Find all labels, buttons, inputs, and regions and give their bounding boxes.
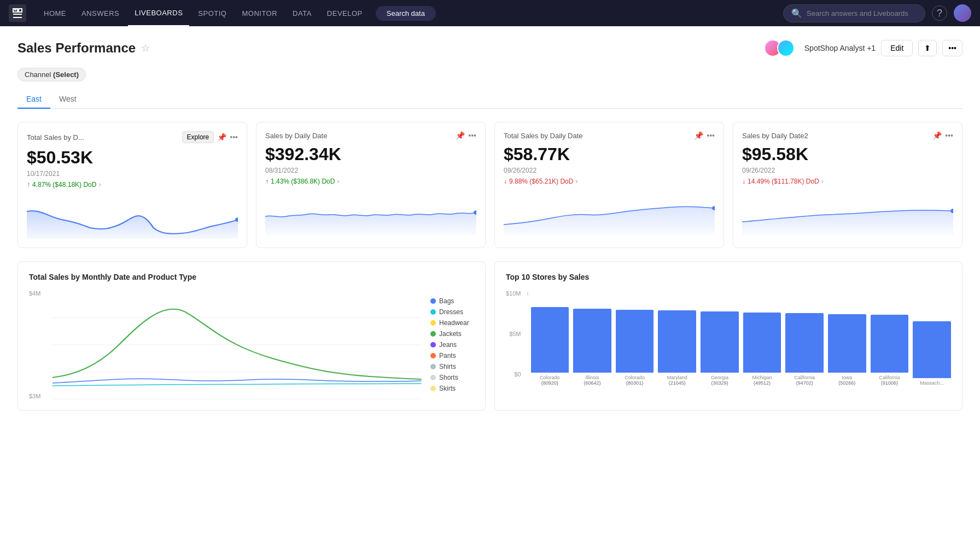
legend-label-dresses: Dresses xyxy=(439,308,463,316)
card-2-pin-icon[interactable]: 📌 xyxy=(456,131,465,140)
card-3-title: Total Sales by Daily Date xyxy=(504,132,583,140)
main-content: Sales Performance ☆ SpotShop Analyst +1 … xyxy=(0,26,980,536)
card-2-change-text: 1.43% ($386.8K) DoD xyxy=(271,178,335,185)
line-chart-card: Total Sales by Monthly Date and Product … xyxy=(18,261,486,411)
card-1-explore-button[interactable]: Explore xyxy=(182,131,214,143)
legend-dot-skirts xyxy=(430,386,436,391)
bar-label-4: Georgia(30329) xyxy=(711,375,728,386)
bar-colorado-80301 xyxy=(616,310,654,373)
card-2-detail-arrow[interactable]: › xyxy=(337,178,339,185)
legend-skirts: Skirts xyxy=(430,385,474,392)
logo[interactable] xyxy=(9,4,26,22)
card-1-actions: Explore 📌 ••• xyxy=(182,131,238,143)
channel-filter-chip[interactable]: Channel (Select) xyxy=(18,68,86,81)
bar-label-2: Colorado(80301) xyxy=(625,375,645,386)
card-4-detail-arrow[interactable]: › xyxy=(821,178,824,185)
bar-chart-card: Top 10 Stores by Sales $10M $5M $0 ↓ xyxy=(494,261,962,411)
page-title: Sales Performance xyxy=(18,40,136,56)
card-1-more-icon[interactable]: ••• xyxy=(230,133,238,142)
card-sales-by-daily-date: Sales by Daily Date 📌 ••• $392.34K 08/31… xyxy=(256,122,486,248)
search-data-button[interactable]: Search data xyxy=(376,6,436,21)
card-3-more-icon[interactable]: ••• xyxy=(707,131,715,140)
card-1-pin-icon[interactable]: 📌 xyxy=(217,133,226,142)
y-label-3m: $3M xyxy=(29,393,40,399)
down-arrow-icon-4: ↓ xyxy=(742,178,745,185)
nav-liveboards[interactable]: LIVEBOARDS xyxy=(128,0,189,26)
legend-dot-pants xyxy=(430,353,436,358)
line-chart-title: Total Sales by Monthly Date and Product … xyxy=(29,273,474,281)
card-4-value: $95.58K xyxy=(742,144,953,164)
card-4-actions: 📌 ••• xyxy=(932,131,953,140)
favorite-star-button[interactable]: ☆ xyxy=(141,42,150,54)
card-3-date: 09/26/2022 xyxy=(504,167,715,174)
legend-label-jeans: Jeans xyxy=(439,341,457,349)
card-3-detail-arrow[interactable]: › xyxy=(575,178,578,185)
card-2-actions: 📌 ••• xyxy=(456,131,476,140)
bar-chart-y-labels: $10M $5M $0 xyxy=(506,290,524,378)
y-label-0: $0 xyxy=(506,371,521,378)
card-4-title: Sales by Daily Date2 xyxy=(742,132,808,140)
card-2-change: ↑ 1.43% ($386.8K) DoD › xyxy=(265,178,476,185)
bar-col-0: Colorado(80920) xyxy=(531,298,569,386)
card-3-change: ↓ 9.88% ($65.21K) DoD › xyxy=(504,178,715,185)
bar-col-8: California(91006) xyxy=(871,298,909,386)
card-4-header: Sales by Daily Date2 📌 ••• xyxy=(742,131,953,140)
filter-bar: Channel (Select) xyxy=(18,68,962,81)
nav-data[interactable]: DATA xyxy=(286,0,318,26)
card-3-pin-icon[interactable]: 📌 xyxy=(694,131,703,140)
bar-col-7: Iowa(50266) xyxy=(828,298,866,386)
bar-illinois-60642 xyxy=(573,309,611,373)
card-4-chart xyxy=(742,192,953,235)
global-search-input[interactable] xyxy=(807,9,917,17)
bar-chart-title: Top 10 Stores by Sales xyxy=(506,273,951,281)
legend-dot-jackets xyxy=(430,331,436,337)
bottom-charts-grid: Total Sales by Monthly Date and Product … xyxy=(18,261,962,411)
card-3-chart xyxy=(504,192,715,235)
nav-develop[interactable]: DEVELOP xyxy=(320,0,369,26)
nav-monitor[interactable]: MONITOR xyxy=(235,0,284,26)
navigation: HOME ANSWERS LIVEBOARDS SPOTIQ MONITOR D… xyxy=(0,0,980,26)
y-label-10m: $10M xyxy=(506,290,521,297)
nav-home[interactable]: HOME xyxy=(37,0,73,26)
bar-label-3: Maryland(21045) xyxy=(667,375,687,386)
legend-jackets: Jackets xyxy=(430,330,474,338)
bar-label-7: Iowa(50266) xyxy=(838,375,855,386)
line-chart-y-labels: $4M $3M xyxy=(29,290,44,399)
legend-dot-shirts xyxy=(430,364,436,369)
region-tabs: East West xyxy=(18,90,962,109)
tab-east[interactable]: East xyxy=(18,90,50,109)
card-3-change-text: 9.88% ($65.21K) DoD xyxy=(509,178,573,185)
legend-label-skirts: Skirts xyxy=(439,385,456,392)
tab-west[interactable]: West xyxy=(50,90,85,109)
card-4-pin-icon[interactable]: 📌 xyxy=(932,131,942,140)
card-1-header: Total Sales by D... Explore 📌 ••• xyxy=(27,131,238,143)
legend-jeans: Jeans xyxy=(430,341,474,349)
bar-col-3: Maryland(21045) xyxy=(658,298,696,386)
card-1-title: Total Sales by D... xyxy=(27,133,84,142)
bar-label-0: Colorado(80920) xyxy=(540,375,560,386)
legend-dot-bags xyxy=(430,298,436,304)
legend-label-headwear: Headwear xyxy=(439,319,469,327)
line-chart-legend: Bags Dresses Headwear Jackets xyxy=(430,290,474,399)
bar-col-2: Colorado(80301) xyxy=(616,298,654,386)
page-title-area: Sales Performance ☆ xyxy=(18,40,150,56)
legend-label-bags: Bags xyxy=(439,297,454,305)
edit-button[interactable]: Edit xyxy=(881,40,913,56)
more-options-button[interactable]: ••• xyxy=(942,40,962,56)
line-chart-area: $4M $3M xyxy=(29,290,474,399)
nav-spotiq[interactable]: SPOTIQ xyxy=(191,0,233,26)
svg-rect-0 xyxy=(9,4,26,22)
legend-bags: Bags xyxy=(430,297,474,305)
card-2-header: Sales by Daily Date 📌 ••• xyxy=(265,131,476,140)
card-2-more-icon[interactable]: ••• xyxy=(468,131,476,140)
share-button[interactable]: ⬆ xyxy=(918,40,937,56)
legend-dresses: Dresses xyxy=(430,308,474,316)
page-header: Sales Performance ☆ SpotShop Analyst +1 … xyxy=(18,39,962,57)
nav-answers[interactable]: ANSWERS xyxy=(75,0,126,26)
user-avatar[interactable] xyxy=(954,4,971,22)
card-4-more-icon[interactable]: ••• xyxy=(945,131,953,140)
global-search-box[interactable]: 🔍 xyxy=(783,4,925,22)
help-button[interactable]: ? xyxy=(932,5,947,21)
filter-label: Channel xyxy=(25,70,51,79)
card-1-detail-arrow[interactable]: › xyxy=(98,181,101,189)
